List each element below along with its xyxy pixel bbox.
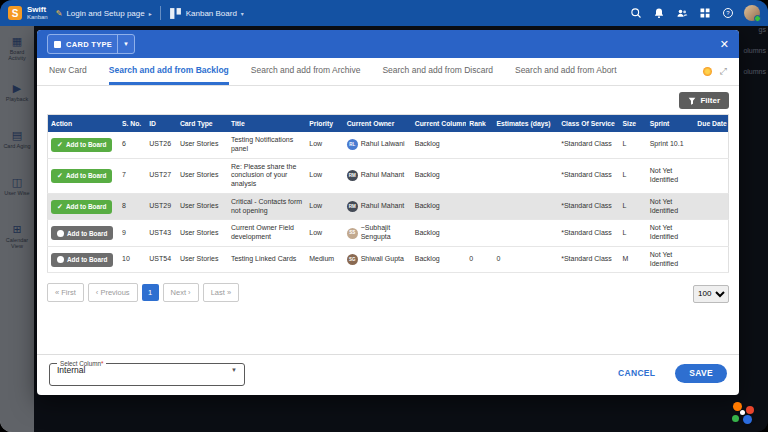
id-cell: UST29 [146,193,177,220]
estimates-cell [494,193,559,220]
owner-name: Rahul Mahant [361,171,405,180]
id-cell: UST27 [146,158,177,193]
priority-cell: Low [306,132,343,158]
estimates-cell: 0 [494,246,559,273]
rank-cell: 0 [466,246,493,273]
table-row[interactable]: Add to Board9UST43User StoriesCurrent Ow… [48,220,729,247]
size-cell: L [619,193,646,220]
filter-label: Filter [700,96,720,105]
avatar: RL [347,139,358,150]
card-type-swatch-icon [54,41,61,48]
class-of-service-cell: *Standard Class [558,132,619,158]
select-column-field[interactable]: Select Column* Internal ▼ [49,360,245,386]
expand-icon[interactable]: ⤢ [720,66,727,77]
table-row[interactable]: ✓Add to Board6UST26User StoriesTesting N… [48,132,729,158]
column-header-size: Size [619,115,646,133]
action-cell: Add to Board [48,246,120,273]
tab-search-and-add-from-abort[interactable]: Search and add from Abort [515,58,617,85]
action-cell: Add to Board [48,220,120,247]
owner-cell: RLRahul Lalwani [344,132,412,158]
current-page-button[interactable]: 1 [142,284,159,301]
card-type-cell: User Stories [177,193,228,220]
column-header-current-owner: Current Owner [344,115,412,133]
add-to-board-button[interactable]: Add to Board [51,226,113,240]
funnel-icon [688,97,696,105]
id-cell: UST43 [146,220,177,247]
avatar: RM [347,201,358,212]
column-header-due-date: Due Date [694,115,728,133]
tab-search-and-add-from-discard[interactable]: Search and add from Discard [382,58,493,85]
cancel-button[interactable]: CANCEL [612,367,661,379]
due-date-cell [694,220,728,247]
check-icon: ✓ [57,141,63,148]
brand-subname: Kanban [27,14,48,20]
column-header-class-of-service: Class Of Service [558,115,619,133]
add-to-board-label: Add to Board [66,172,106,179]
page-size-select[interactable]: 100 [693,285,729,303]
priority-cell: Low [306,158,343,193]
first-page-button[interactable]: « First [47,283,84,302]
previous-page-button[interactable]: ‹ Previous [88,283,138,302]
last-page-button[interactable]: Last » [203,283,239,302]
id-cell: UST26 [146,132,177,158]
app-window: S Swift Kanban ✎ Login and Setup page ▸ … [0,0,768,432]
column-header-id: ID [146,115,177,133]
current-column-cell: Backlog [412,246,466,273]
circle-icon [57,256,64,263]
screen-frame: S Swift Kanban ✎ Login and Setup page ▸ … [0,0,768,432]
board-menu[interactable]: Kanban Board ▾ [169,7,244,20]
help-icon[interactable]: ? [721,7,734,20]
current-column-cell: Backlog [412,158,466,193]
sun-icon[interactable] [703,67,712,76]
add-to-board-button[interactable]: ✓Add to Board [51,138,112,152]
backlog-table: ActionS. No.IDCard TypeTitlePriorityCurr… [47,114,729,273]
class-of-service-cell: *Standard Class [558,193,619,220]
sno-cell: 10 [119,246,146,273]
save-button[interactable]: SAVE [675,364,727,383]
sno-cell: 6 [119,132,146,158]
title-cell: Testing Notifications panel [228,132,306,158]
apps-grid-icon[interactable] [698,7,711,20]
current-column-cell: Backlog [412,193,466,220]
title-cell: Testing Linked Cards [228,246,306,273]
tab-search-and-add-from-backlog[interactable]: Search and add from Backlog [109,58,229,85]
card-type-label: CARD TYPE [66,40,112,49]
user-avatar[interactable] [744,5,760,21]
avatar: SS [347,228,358,239]
close-icon[interactable]: ✕ [720,39,729,50]
size-cell: L [619,158,646,193]
due-date-cell [694,158,728,193]
column-header-s-no-: S. No. [119,115,146,133]
rank-cell [466,158,493,193]
tab-new-card[interactable]: New Card [49,58,87,85]
search-icon[interactable] [629,7,642,20]
next-page-button[interactable]: Next › [163,283,199,302]
breadcrumb[interactable]: ✎ Login and Setup page ▸ [56,9,152,18]
sno-cell: 8 [119,193,146,220]
table-row[interactable]: ✓Add to Board7UST27User StoriesRe: Pleas… [48,158,729,193]
id-cell: UST54 [146,246,177,273]
add-to-board-button[interactable]: ✓Add to Board [51,169,112,183]
bell-icon[interactable] [652,7,665,20]
chevron-down-icon: ▼ [231,367,237,373]
avatar: RM [347,170,358,181]
column-header-sprint: Sprint [647,115,695,133]
brand[interactable]: S Swift Kanban [8,6,48,20]
sno-cell: 9 [119,220,146,247]
column-header-title: Title [228,115,306,133]
rank-cell [466,132,493,158]
table-row[interactable]: ✓Add to Board8UST29User StoriesCritical … [48,193,729,220]
watermark-logo [732,402,754,424]
tab-search-and-add-from-archive[interactable]: Search and add from Archive [251,58,361,85]
required-mark: * [101,360,103,367]
owner-name: Rahul Lalwani [361,140,405,149]
table-row[interactable]: Add to Board10UST54User StoriesTesting L… [48,246,729,273]
svg-text:?: ? [726,10,730,16]
card-type-select[interactable]: CARD TYPE ▼ [47,34,135,54]
sprint-cell: Sprint 10.1 [647,132,695,158]
add-to-board-button[interactable]: Add to Board [51,253,113,267]
users-icon[interactable] [675,7,688,20]
nav-divider [160,6,161,20]
add-to-board-button[interactable]: ✓Add to Board [51,200,112,214]
filter-button[interactable]: Filter [679,92,729,109]
